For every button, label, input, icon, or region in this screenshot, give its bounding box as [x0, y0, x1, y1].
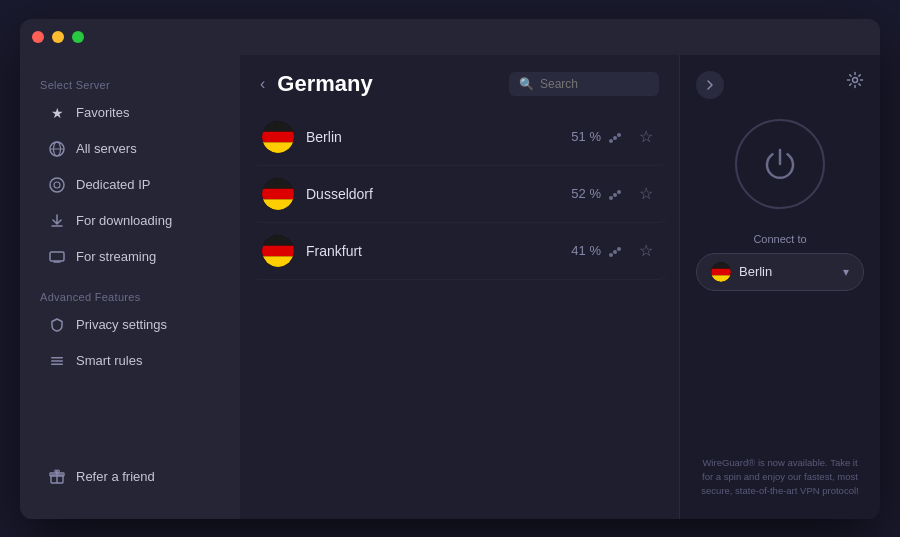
refer-friend-label: Refer a friend — [76, 469, 155, 484]
favorite-star-berlin[interactable]: ☆ — [635, 125, 657, 148]
sidebar-item-downloading[interactable]: For downloading — [28, 204, 232, 238]
sidebar-item-dedicated-ip[interactable]: Dedicated IP — [28, 168, 232, 202]
load-value-frankfurt: 41 % — [571, 243, 601, 258]
app-window: Select Server ★ Favorites All servers — [20, 19, 880, 519]
smart-rules-icon — [48, 352, 66, 370]
power-button[interactable] — [735, 119, 825, 209]
shield-icon — [48, 316, 66, 334]
streaming-icon — [48, 248, 66, 266]
dropdown-flag — [711, 262, 731, 282]
svg-rect-21 — [262, 178, 294, 189]
connect-dropdown[interactable]: Berlin ▾ — [696, 253, 864, 291]
refer-friend-item[interactable]: Refer a friend — [28, 460, 232, 494]
sidebar-item-privacy-label: Privacy settings — [76, 317, 167, 332]
svg-rect-38 — [711, 262, 731, 269]
svg-point-26 — [617, 190, 621, 194]
right-panel: Connect to Berlin ▾ WireG — [680, 55, 880, 519]
svg-rect-6 — [51, 357, 63, 359]
forward-button[interactable] — [696, 71, 724, 99]
sidebar-item-all-servers-label: All servers — [76, 141, 137, 156]
wireguard-note: WireGuard® is now available. Take it for… — [696, 456, 864, 499]
main-content: Select Server ★ Favorites All servers — [20, 55, 880, 519]
dedicated-ip-icon — [48, 176, 66, 194]
close-button[interactable] — [32, 31, 44, 43]
svg-rect-23 — [262, 199, 294, 210]
svg-rect-15 — [262, 142, 294, 153]
svg-point-16 — [609, 139, 613, 143]
favorites-icon: ★ — [48, 104, 66, 122]
svg-rect-31 — [262, 256, 294, 267]
favorite-star-dusseldorf[interactable]: ☆ — [635, 182, 657, 205]
search-box[interactable]: 🔍 — [509, 72, 659, 96]
server-row-dusseldorf[interactable]: Dusseldorf 52 % ☆ — [252, 166, 667, 223]
panel-header: ‹ Germany 🔍 — [240, 55, 679, 109]
server-name-dusseldorf: Dusseldorf — [306, 186, 559, 202]
back-button[interactable]: ‹ — [260, 75, 265, 93]
load-icon-berlin — [607, 131, 623, 143]
connect-city-label: Berlin — [739, 264, 835, 279]
server-list-panel: ‹ Germany 🔍 — [240, 55, 680, 519]
server-load-dusseldorf: 52 % — [571, 186, 623, 201]
sidebar-item-smart-rules[interactable]: Smart rules — [28, 344, 232, 378]
advanced-features-label: Advanced Features — [20, 283, 240, 307]
svg-point-25 — [613, 193, 617, 197]
sidebar: Select Server ★ Favorites All servers — [20, 55, 240, 519]
svg-point-24 — [609, 196, 613, 200]
load-value-dusseldorf: 52 % — [571, 186, 601, 201]
sidebar-item-downloading-label: For downloading — [76, 213, 172, 228]
svg-rect-8 — [51, 363, 63, 365]
svg-point-3 — [50, 178, 64, 192]
download-icon — [48, 212, 66, 230]
connect-to-label: Connect to — [753, 233, 806, 245]
svg-rect-40 — [711, 275, 731, 282]
svg-rect-13 — [262, 121, 294, 132]
server-name-frankfurt: Frankfurt — [306, 243, 559, 259]
sidebar-footer: Refer a friend — [20, 451, 240, 503]
svg-rect-22 — [262, 188, 294, 199]
svg-rect-30 — [262, 245, 294, 256]
search-input[interactable] — [540, 77, 649, 91]
load-value-berlin: 51 % — [571, 129, 601, 144]
svg-rect-7 — [51, 360, 63, 362]
sidebar-item-dedicated-ip-label: Dedicated IP — [76, 177, 150, 192]
svg-point-34 — [617, 247, 621, 251]
minimize-button[interactable] — [52, 31, 64, 43]
svg-point-4 — [54, 182, 60, 188]
svg-rect-5 — [50, 252, 64, 261]
svg-rect-29 — [262, 235, 294, 246]
settings-button[interactable] — [846, 71, 864, 93]
title-bar — [20, 19, 880, 55]
power-icon — [762, 146, 798, 182]
favorite-star-frankfurt[interactable]: ☆ — [635, 239, 657, 262]
sidebar-item-smart-rules-label: Smart rules — [76, 353, 142, 368]
svg-point-32 — [609, 253, 613, 257]
germany-flag-frankfurt — [262, 235, 294, 267]
svg-rect-39 — [711, 268, 731, 275]
svg-point-17 — [613, 136, 617, 140]
sidebar-item-privacy[interactable]: Privacy settings — [28, 308, 232, 342]
svg-rect-14 — [262, 131, 294, 142]
load-icon-frankfurt — [607, 245, 623, 257]
sidebar-item-streaming-label: For streaming — [76, 249, 156, 264]
svg-point-18 — [617, 133, 621, 137]
sidebar-item-all-servers[interactable]: All servers — [28, 132, 232, 166]
germany-flag-dusseldorf — [262, 178, 294, 210]
chevron-down-icon: ▾ — [843, 265, 849, 279]
server-entries: Berlin 51 % ☆ — [240, 109, 679, 519]
svg-point-33 — [613, 250, 617, 254]
globe-icon — [48, 140, 66, 158]
server-load-berlin: 51 % — [571, 129, 623, 144]
server-row-frankfurt[interactable]: Frankfurt 41 % ☆ — [252, 223, 667, 280]
server-load-frankfurt: 41 % — [571, 243, 623, 258]
gift-icon — [48, 468, 66, 486]
server-row-berlin[interactable]: Berlin 51 % ☆ — [252, 109, 667, 166]
sidebar-item-favorites[interactable]: ★ Favorites — [28, 96, 232, 130]
select-server-label: Select Server — [20, 71, 240, 95]
svg-point-35 — [853, 77, 858, 82]
server-name-berlin: Berlin — [306, 129, 559, 145]
search-icon: 🔍 — [519, 77, 534, 91]
germany-flag-berlin — [262, 121, 294, 153]
maximize-button[interactable] — [72, 31, 84, 43]
load-icon-dusseldorf — [607, 188, 623, 200]
sidebar-item-streaming[interactable]: For streaming — [28, 240, 232, 274]
